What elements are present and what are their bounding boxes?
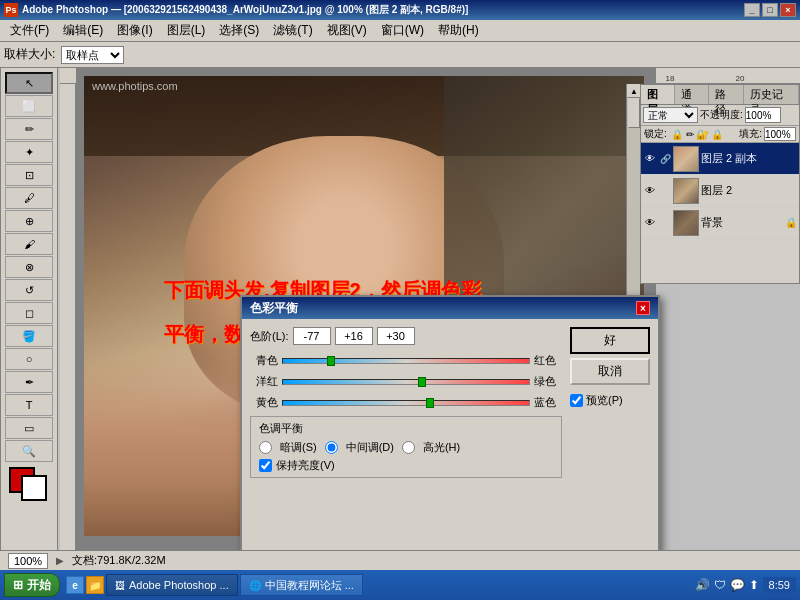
- layer-visibility-2[interactable]: 👁: [643, 184, 657, 198]
- blue-label: 蓝色: [534, 395, 562, 410]
- blend-mode-select[interactable]: 正常: [643, 107, 698, 123]
- midtones-radio[interactable]: [325, 441, 338, 454]
- dialog-buttons: 好 取消 预览(P): [570, 327, 650, 478]
- start-button[interactable]: ⊞ 开始: [4, 573, 60, 597]
- menu-view[interactable]: 视图(V): [321, 20, 373, 41]
- taskbar-photoshop[interactable]: 🖼 Adobe Photoshop ...: [106, 574, 238, 596]
- red-label: 红色: [534, 353, 562, 368]
- eyedropper-tool[interactable]: 🖋: [5, 187, 53, 209]
- magenta-green-track: [282, 379, 530, 385]
- yellow-blue-track: [282, 400, 530, 406]
- background-color[interactable]: [21, 475, 47, 501]
- cb-values-label: 色阶(L):: [250, 329, 289, 344]
- layer-name-copy: 图层 2 副本: [701, 151, 797, 166]
- lasso-tool[interactable]: ✏: [5, 118, 53, 140]
- sample-size-select[interactable]: 取样点 3×3平均 5×5平均: [61, 46, 124, 64]
- tab-paths[interactable]: 路径: [709, 85, 743, 104]
- cyan-red-thumb[interactable]: [327, 356, 335, 366]
- layer-item-copy[interactable]: 👁 🔗 图层 2 副本: [641, 143, 799, 175]
- quicklaunch-ie[interactable]: e: [66, 576, 84, 594]
- menu-filter[interactable]: 滤镜(T): [267, 20, 318, 41]
- clone-tool[interactable]: ⊗: [5, 256, 53, 278]
- browser-taskbar-icon: 🌐: [249, 580, 261, 591]
- zoom-tool[interactable]: 🔍: [5, 440, 53, 462]
- menu-select[interactable]: 选择(S): [213, 20, 265, 41]
- cyan-red-track: [282, 358, 530, 364]
- layer-visibility-copy[interactable]: 👁: [643, 152, 657, 166]
- tonal-title: 色调平衡: [259, 421, 553, 436]
- blend-mode-row: 正常 不透明度:: [641, 105, 799, 126]
- cb-value3-input[interactable]: [377, 327, 415, 345]
- history-brush[interactable]: ↺: [5, 279, 53, 301]
- menu-edit[interactable]: 编辑(E): [57, 20, 109, 41]
- dialog-close-button[interactable]: ×: [636, 301, 650, 315]
- scroll-thumb[interactable]: [628, 98, 640, 128]
- photoshop-taskbar-label: Adobe Photoshop ...: [129, 579, 229, 591]
- eraser-tool[interactable]: ◻: [5, 302, 53, 324]
- menu-file[interactable]: 文件(F): [4, 20, 55, 41]
- taskbar-browser[interactable]: 🌐 中国教程网论坛 ...: [240, 574, 363, 596]
- layer-item-2[interactable]: 👁 图层 2: [641, 175, 799, 207]
- crop-tool[interactable]: ⊡: [5, 164, 53, 186]
- cb-value1-input[interactable]: [293, 327, 331, 345]
- quicklaunch-folder[interactable]: 📁: [86, 576, 104, 594]
- fill-input[interactable]: [764, 127, 796, 141]
- highlights-label: 高光(H): [423, 440, 460, 455]
- layer-chain-bg[interactable]: [659, 216, 671, 230]
- layer-chain-copy[interactable]: 🔗: [659, 152, 671, 166]
- menu-layers[interactable]: 图层(L): [161, 20, 212, 41]
- magenta-green-thumb[interactable]: [418, 377, 426, 387]
- app-icon: Ps: [4, 3, 18, 17]
- text-tool[interactable]: T: [5, 394, 53, 416]
- preserve-luminosity-checkbox[interactable]: [259, 459, 272, 472]
- dialog-title-bar: 色彩平衡 ×: [242, 297, 658, 319]
- photoshop-taskbar-icon: 🖼: [115, 580, 125, 591]
- close-button[interactable]: ×: [780, 3, 796, 17]
- tab-channels[interactable]: 通道: [675, 85, 709, 104]
- pen-tool[interactable]: ✒: [5, 371, 53, 393]
- cb-value2-input[interactable]: [335, 327, 373, 345]
- layer-visibility-bg[interactable]: 👁: [643, 216, 657, 230]
- ruler-vertical: [60, 84, 76, 564]
- selection-tool[interactable]: ⬜: [5, 95, 53, 117]
- fill-tool[interactable]: 🪣: [5, 325, 53, 347]
- maximize-button[interactable]: □: [762, 3, 778, 17]
- layer-chain-2[interactable]: [659, 184, 671, 198]
- cancel-button[interactable]: 取消: [570, 358, 650, 385]
- shape-tool[interactable]: ▭: [5, 417, 53, 439]
- tab-layers[interactable]: 图层: [641, 85, 675, 104]
- move-tool[interactable]: ↖: [5, 72, 53, 94]
- zoom-input[interactable]: [8, 553, 48, 569]
- preview-checkbox[interactable]: [570, 394, 583, 407]
- menu-image[interactable]: 图像(I): [111, 20, 158, 41]
- sample-size-label: 取样大小:: [4, 46, 55, 63]
- scroll-up-button[interactable]: ▲: [627, 84, 641, 98]
- layer-item-bg[interactable]: 👁 背景 🔒: [641, 207, 799, 239]
- preserve-luminosity-label: 保持亮度(V): [276, 458, 335, 473]
- layer-lock-icon: 🔒: [785, 217, 797, 228]
- preserve-luminosity-row: 保持亮度(V): [259, 458, 553, 473]
- dodge-tool[interactable]: ○: [5, 348, 53, 370]
- magenta-label: 洋红: [250, 374, 278, 389]
- opacity-input[interactable]: [745, 107, 781, 123]
- yellow-blue-thumb[interactable]: [426, 398, 434, 408]
- tray-security-icon: 🛡: [714, 578, 726, 592]
- menu-help[interactable]: 帮助(H): [432, 20, 485, 41]
- title-bar: Ps Adobe Photoshop — [200632921562490438…: [0, 0, 800, 20]
- brush-tool[interactable]: 🖌: [5, 233, 53, 255]
- status-bar: ▶ 文档:791.8K/2.32M: [0, 550, 800, 570]
- menu-window[interactable]: 窗口(W): [375, 20, 430, 41]
- shadows-radio[interactable]: [259, 441, 272, 454]
- layer-thumb-2: [673, 178, 699, 204]
- heal-tool[interactable]: ⊕: [5, 210, 53, 232]
- ok-button[interactable]: 好: [570, 327, 650, 354]
- highlights-radio[interactable]: [402, 441, 415, 454]
- windows-logo: ⊞: [13, 578, 23, 592]
- magic-wand-tool[interactable]: ✦: [5, 141, 53, 163]
- green-label: 绿色: [534, 374, 562, 389]
- yellow-blue-slider-row: 黄色 蓝色: [250, 395, 562, 410]
- cb-values-row: 色阶(L):: [250, 327, 562, 345]
- tab-history[interactable]: 历史记录: [744, 85, 799, 104]
- minimize-button[interactable]: _: [744, 3, 760, 17]
- watermark-text: www.photips.com: [92, 80, 178, 92]
